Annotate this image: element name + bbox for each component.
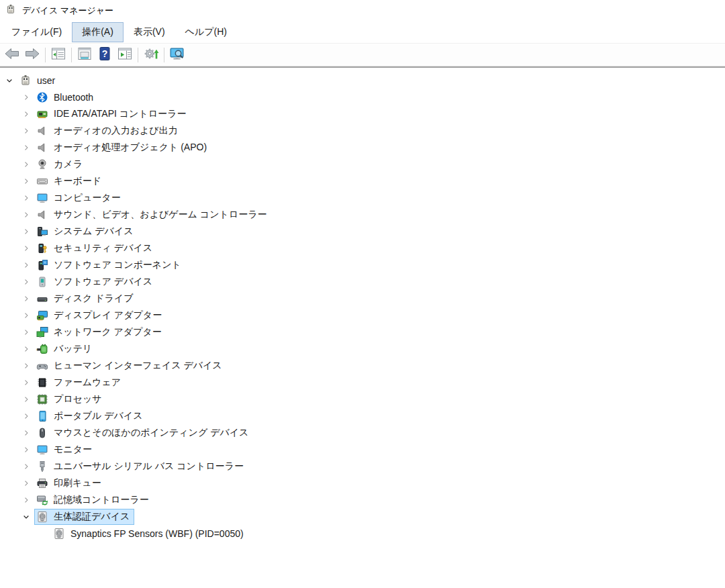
tree-node[interactable]: セキュリティ デバイス	[34, 240, 157, 256]
security-devices-icon	[36, 242, 48, 254]
show-action-pane-button[interactable]	[115, 46, 135, 64]
tree-node[interactable]: ポータブル デバイス	[34, 408, 148, 424]
tree-row: オーディオ処理オブジェクト (APO)	[0, 139, 725, 156]
chevron-right-icon[interactable]	[21, 126, 32, 136]
chevron-right-icon[interactable]	[21, 461, 32, 472]
menu-item-view[interactable]: 表示(V)	[124, 22, 175, 42]
tree-node[interactable]: ディスプレイ アダプター	[34, 307, 166, 324]
tree-node[interactable]: ファームウェア	[34, 375, 126, 391]
chevron-right-icon[interactable]	[21, 411, 32, 422]
tree-node[interactable]: user	[17, 72, 60, 89]
chevron-placeholder	[38, 528, 48, 539]
tree-node[interactable]: キーボード	[34, 173, 106, 189]
tree-node[interactable]: Bluetooth	[34, 89, 98, 105]
action-pane-icon	[117, 46, 133, 64]
chevron-down-icon[interactable]	[4, 75, 15, 86]
tree-node-label: ヒューマン インターフェイス デバイス	[54, 360, 224, 372]
tree-node[interactable]: カメラ	[34, 156, 87, 173]
tree-node[interactable]: マウスとそのほかのポインティング デバイス	[34, 425, 253, 441]
chevron-right-icon[interactable]	[21, 176, 32, 187]
chevron-right-icon[interactable]	[21, 478, 32, 489]
menu-item-file[interactable]: ファイル(F)	[1, 22, 72, 42]
remote-computer-button[interactable]	[167, 46, 187, 64]
tree-node[interactable]: ソフトウェア デバイス	[34, 274, 157, 290]
tree-node[interactable]: ソフトウェア コンポーネント	[34, 257, 186, 273]
chevron-right-icon[interactable]	[21, 142, 32, 153]
scan-hardware-changes-button[interactable]	[141, 46, 161, 64]
help-button[interactable]: ?	[95, 46, 115, 64]
tree-node[interactable]: ネットワーク アダプター	[34, 324, 166, 340]
tree-row: 生体認証デバイス	[0, 508, 725, 525]
usb-controller-icon	[36, 460, 48, 473]
tree-node-label: ポータブル デバイス	[54, 410, 144, 422]
menu-bar: ファイル(F)操作(A)表示(V)ヘルプ(H)	[0, 21, 725, 44]
network-adapters-icon	[36, 326, 48, 338]
tree-node[interactable]: 記憶域コントローラー	[34, 492, 154, 508]
properties-button[interactable]	[75, 46, 95, 64]
tree-node[interactable]: サウンド、ビデオ、およびゲーム コントローラー	[34, 207, 271, 223]
menu-item-help[interactable]: ヘルプ(H)	[175, 22, 237, 42]
tree-node[interactable]: オーディオの入力および出力	[34, 123, 183, 139]
tree-node[interactable]: ディスク ドライブ	[34, 291, 138, 307]
tree-row: マウスとそのほかのポインティング デバイス	[0, 424, 725, 441]
tree-node[interactable]: バッテリ	[34, 341, 97, 357]
chevron-right-icon[interactable]	[21, 277, 32, 287]
bluetooth-icon	[36, 91, 48, 103]
chevron-right-icon[interactable]	[21, 360, 32, 371]
chevron-right-icon[interactable]	[21, 327, 32, 338]
tree-node-label: ディスク ドライブ	[54, 293, 135, 305]
menu-item-action[interactable]: 操作(A)	[72, 22, 124, 42]
tree-node-label: user	[37, 75, 56, 86]
tree-node[interactable]: Synaptics FP Sensors (WBF) (PID=0050)	[51, 526, 248, 542]
svg-text:?: ?	[102, 48, 108, 59]
show-console-tree-button[interactable]	[48, 46, 68, 64]
tree-node[interactable]: コンピューター	[34, 190, 126, 206]
portable-devices-icon	[36, 410, 48, 422]
tree-node[interactable]: システム デバイス	[34, 224, 138, 240]
chevron-right-icon[interactable]	[21, 92, 32, 103]
chevron-right-icon[interactable]	[21, 260, 32, 271]
tree-row: Synaptics FP Sensors (WBF) (PID=0050)	[0, 525, 725, 542]
tree-node[interactable]: ユニバーサル シリアル バス コントローラー	[34, 458, 248, 475]
tree-node-label: システム デバイス	[54, 226, 135, 238]
back-button[interactable]	[2, 46, 22, 64]
chevron-right-icon[interactable]	[21, 394, 32, 405]
device-manager-icon	[5, 4, 16, 17]
tree-node[interactable]: モニター	[34, 442, 97, 458]
toolbar: ?	[0, 44, 725, 66]
tree-node-label: キーボード	[54, 175, 103, 187]
tree-node[interactable]: プロセッサ	[34, 391, 107, 407]
tree-node[interactable]: IDE ATA/ATAPI コントローラー	[34, 106, 191, 122]
tree-node[interactable]: ヒューマン インターフェイス デバイス	[34, 358, 227, 374]
sound-controller-icon	[36, 209, 48, 221]
display-adapters-icon	[36, 309, 48, 322]
chevron-right-icon[interactable]	[21, 310, 32, 321]
chevron-right-icon[interactable]	[21, 243, 32, 254]
chevron-right-icon[interactable]	[21, 159, 32, 170]
chevron-right-icon[interactable]	[21, 344, 32, 354]
computer-root-icon	[19, 75, 32, 87]
print-queue-icon	[36, 477, 48, 489]
chevron-right-icon[interactable]	[21, 193, 32, 203]
chevron-right-icon[interactable]	[21, 495, 32, 505]
chevron-right-icon[interactable]	[21, 293, 32, 304]
tree-row: ディスプレイ アダプター	[0, 307, 725, 324]
chevron-down-icon[interactable]	[21, 511, 32, 522]
tree-node-selected[interactable]: 生体認証デバイス	[34, 509, 134, 525]
tree-row: ユニバーサル シリアル バス コントローラー	[0, 458, 725, 475]
chevron-right-icon[interactable]	[21, 444, 32, 455]
forward-button[interactable]	[22, 46, 42, 64]
tree-node[interactable]: 印刷キュー	[34, 475, 106, 491]
tree-node-label: ソフトウェア コンポーネント	[54, 259, 183, 271]
chevron-right-icon[interactable]	[21, 377, 32, 388]
chevron-right-icon[interactable]	[21, 109, 32, 119]
chevron-right-icon[interactable]	[21, 428, 32, 438]
audio-endpoint-icon	[36, 125, 48, 137]
processor-icon	[36, 393, 48, 405]
ide-controller-icon	[36, 108, 48, 120]
tree-node-label: ソフトウェア デバイス	[54, 276, 154, 288]
tree-node-label: ユニバーサル シリアル バス コントローラー	[54, 460, 245, 473]
tree-node[interactable]: オーディオ処理オブジェクト (APO)	[34, 140, 211, 156]
chevron-right-icon[interactable]	[21, 209, 32, 220]
chevron-right-icon[interactable]	[21, 226, 32, 237]
